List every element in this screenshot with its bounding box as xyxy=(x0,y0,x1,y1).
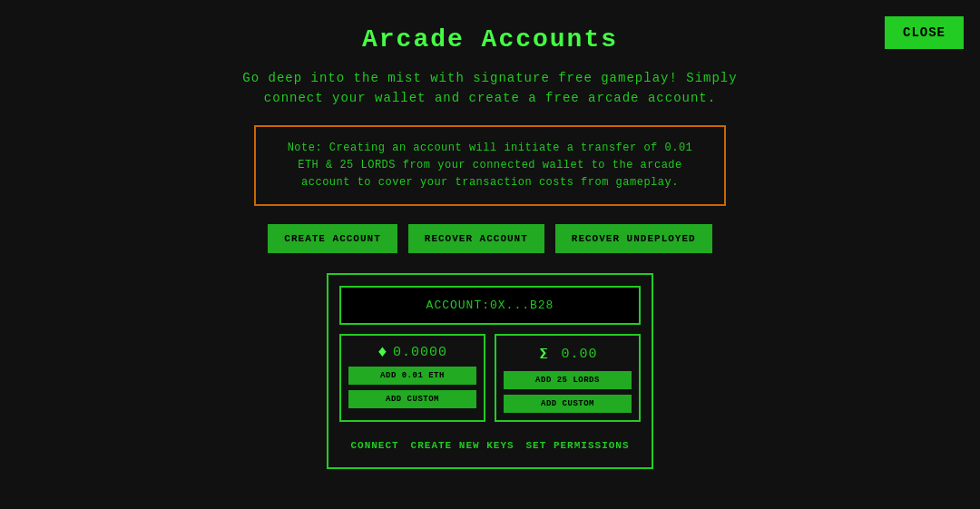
recover-account-button[interactable]: RECOVER ACCOUNT xyxy=(408,224,544,253)
account-panel: ACCOUNT:0X...B28 ♦ 0.0000 ADD 0.01 ETH A… xyxy=(327,273,653,469)
connect-link[interactable]: CONNECT xyxy=(350,440,398,451)
close-button[interactable]: CLOSE xyxy=(885,16,964,49)
account-address-box: ACCOUNT:0X...B28 xyxy=(339,286,641,325)
page-subtitle: Go deep into the mist with signature fre… xyxy=(242,68,737,109)
action-buttons-row: CREATE ACCOUNT RECOVER ACCOUNT RECOVER U… xyxy=(268,224,711,253)
page-title: Arcade Accounts xyxy=(362,25,618,54)
page-container: CLOSE Arcade Accounts Go deep into the m… xyxy=(0,0,980,509)
create-new-keys-link[interactable]: CREATE NEW KEYS xyxy=(411,440,514,451)
set-permissions-link[interactable]: SET PERMISSIONS xyxy=(526,440,630,451)
eth-amount: 0.0000 xyxy=(393,345,447,360)
lords-icon: 𝝨 xyxy=(537,343,555,366)
add-eth-custom-button[interactable]: ADD CUSTOM xyxy=(348,390,476,408)
eth-icon: ♦ xyxy=(377,343,387,361)
create-account-button[interactable]: CREATE ACCOUNT xyxy=(268,224,397,253)
add-eth-preset-button[interactable]: ADD 0.01 ETH xyxy=(348,367,476,385)
eth-token-box: ♦ 0.0000 ADD 0.01 ETH ADD CUSTOM xyxy=(339,334,485,422)
svg-text:𝝨: 𝝨 xyxy=(539,347,548,361)
token-row: ♦ 0.0000 ADD 0.01 ETH ADD CUSTOM 𝝨 0.00 … xyxy=(339,334,641,422)
bottom-nav: CONNECT CREATE NEW KEYS SET PERMISSIONS xyxy=(339,431,641,456)
add-lords-custom-button[interactable]: ADD CUSTOM xyxy=(504,395,632,413)
lords-amount: 0.00 xyxy=(561,347,597,362)
lords-token-box: 𝝨 0.00 ADD 25 LORDS ADD CUSTOM xyxy=(495,334,641,422)
add-lords-preset-button[interactable]: ADD 25 LORDS xyxy=(504,371,632,389)
recover-undeployed-button[interactable]: RECOVER UNDEPLOYED xyxy=(555,224,712,253)
note-text: Note: Creating an account will initiate … xyxy=(278,140,702,192)
note-box: Note: Creating an account will initiate … xyxy=(254,125,726,207)
